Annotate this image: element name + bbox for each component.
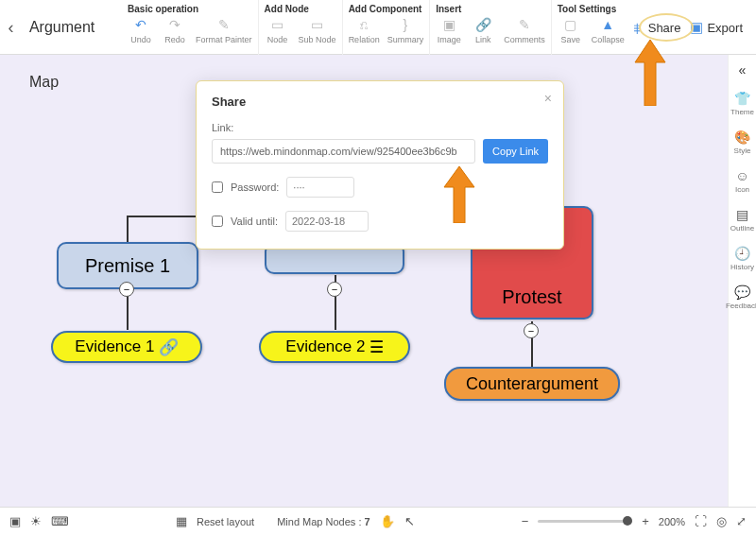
redo-icon: ↷ xyxy=(166,16,183,33)
node-icon: ▭ xyxy=(269,16,286,33)
node-button[interactable]: ▭Node xyxy=(265,16,291,44)
connector xyxy=(127,217,129,244)
svg-marker-0 xyxy=(635,40,665,106)
collapse-toggle[interactable]: − xyxy=(524,323,539,338)
save-button[interactable]: ▢Save xyxy=(558,16,584,44)
link-label: Link: xyxy=(212,122,548,133)
image-icon: ▣ xyxy=(440,16,457,33)
sidebar-history[interactable]: 🕘History xyxy=(730,246,754,271)
group-insert-label: Insert xyxy=(436,4,545,14)
fullscreen-icon[interactable]: ⤢ xyxy=(736,514,747,528)
back-button[interactable]: ‹ xyxy=(0,0,22,55)
footer-sun-icon[interactable]: ☀ xyxy=(30,514,42,528)
save-icon: ▢ xyxy=(562,16,579,33)
redo-button[interactable]: ↷Redo xyxy=(162,16,188,44)
link-icon: 🔗 xyxy=(474,16,491,33)
undo-button[interactable]: ↶Undo xyxy=(128,16,154,44)
subnode-icon: ▭ xyxy=(309,16,326,33)
share-button[interactable]: ⯒Share xyxy=(630,20,681,36)
group-tools-label: Tool Settings xyxy=(558,4,625,14)
format-painter-button[interactable]: ✎Format Painter xyxy=(196,16,252,44)
valid-until-checkbox[interactable] xyxy=(212,216,223,227)
share-link-input[interactable] xyxy=(212,139,475,164)
annotation-arrow-copy xyxy=(440,166,478,223)
password-input[interactable] xyxy=(286,177,354,198)
sidebar-collapse-button[interactable]: « xyxy=(739,62,747,78)
sidebar-feedback[interactable]: 💬Feedback xyxy=(726,285,756,310)
svg-marker-1 xyxy=(444,166,474,223)
reset-layout-label[interactable]: Reset layout xyxy=(197,516,254,527)
cursor-icon[interactable]: ↖ xyxy=(404,514,415,528)
note-icon: ☰ xyxy=(369,337,384,357)
comments-icon: ✎ xyxy=(516,16,533,33)
valid-until-input[interactable] xyxy=(285,211,369,232)
zoom-value: 200% xyxy=(659,516,685,527)
relation-button[interactable]: ⎌Relation xyxy=(349,16,380,44)
export-icon: ▣ xyxy=(690,19,703,36)
comments-button[interactable]: ✎Comments xyxy=(504,16,545,44)
sidebar-style[interactable]: 🎨Style xyxy=(734,129,751,155)
copy-link-button[interactable]: Copy Link xyxy=(483,139,548,164)
status-bar: ▣ ☀ ⌨ ▦ Reset layout Mind Map Nodes : 7 … xyxy=(0,507,756,535)
undo-icon: ↶ xyxy=(132,16,149,33)
footer-keyboard-icon[interactable]: ⌨ xyxy=(51,514,69,528)
toolbar: Basic operation ↶Undo ↷Redo ✎Format Pain… xyxy=(112,0,630,55)
close-icon[interactable]: × xyxy=(544,91,552,106)
share-dialog: Share × Link: Copy Link Password: Valid … xyxy=(196,80,564,250)
relation-icon: ⎌ xyxy=(355,16,372,33)
zoom-in-button[interactable]: + xyxy=(642,514,649,528)
pan-icon[interactable]: ✋ xyxy=(380,514,395,528)
zoom-thumb[interactable] xyxy=(623,516,632,526)
outline-icon: ▤ xyxy=(736,207,748,222)
password-checkbox[interactable] xyxy=(212,181,223,193)
right-sidebar: « 👕Theme 🎨Style ☺Icon ▤Outline 🕘History … xyxy=(728,55,756,507)
zoom-out-button[interactable]: − xyxy=(522,514,529,528)
nodes-count-label: Mind Map Nodes : 7 xyxy=(277,516,369,527)
reset-layout-icon[interactable]: ▦ xyxy=(176,514,187,528)
export-button[interactable]: ▣Export xyxy=(690,19,743,36)
collapse-button[interactable]: ▲Collapse xyxy=(592,16,625,44)
node-evidence-1[interactable]: Evidence 1 🔗 xyxy=(51,331,202,363)
group-basic-label: Basic operation xyxy=(128,4,252,14)
subnode-button[interactable]: ▭Sub Node xyxy=(299,16,336,44)
annotation-arrow-share xyxy=(631,40,669,106)
password-label: Password: xyxy=(231,181,279,193)
fit-icon[interactable]: ⛶ xyxy=(695,514,707,528)
center-icon[interactable]: ◎ xyxy=(716,514,727,528)
shirt-icon: 👕 xyxy=(734,91,750,106)
sidebar-icon[interactable]: ☺Icon xyxy=(735,168,749,194)
summary-icon: } xyxy=(397,16,414,33)
node-evidence-2[interactable]: Evidence 2 ☰ xyxy=(259,331,410,363)
collapse-toggle[interactable]: − xyxy=(327,282,342,297)
group-addcomp-label: Add Component xyxy=(349,4,424,14)
smile-icon: ☺ xyxy=(735,168,748,183)
clock-icon: 🕘 xyxy=(734,246,750,261)
footer-image-icon[interactable]: ▣ xyxy=(9,514,21,528)
collapse-icon: ▲ xyxy=(599,16,616,33)
zoom-slider[interactable] xyxy=(538,520,632,523)
share-icon: ⯒ xyxy=(630,20,644,36)
link-button[interactable]: 🔗Link xyxy=(470,16,496,44)
format-painter-icon: ✎ xyxy=(215,16,232,33)
sidebar-theme[interactable]: 👕Theme xyxy=(730,91,754,116)
valid-until-label: Valid until: xyxy=(231,216,278,227)
collapse-toggle[interactable]: − xyxy=(119,282,134,297)
chat-icon: 💬 xyxy=(734,285,750,300)
image-button[interactable]: ▣Image xyxy=(436,16,462,44)
share-dialog-title: Share xyxy=(212,95,548,109)
palette-icon: 🎨 xyxy=(734,129,750,145)
sidebar-outline[interactable]: ▤Outline xyxy=(730,207,754,233)
link-icon: 🔗 xyxy=(159,337,179,357)
group-addnode-label: Add Node xyxy=(265,4,336,14)
page-title: Argument Map xyxy=(22,0,112,110)
node-counterargument[interactable]: Counterargument xyxy=(444,367,620,401)
summary-button[interactable]: }Summary xyxy=(387,16,424,44)
